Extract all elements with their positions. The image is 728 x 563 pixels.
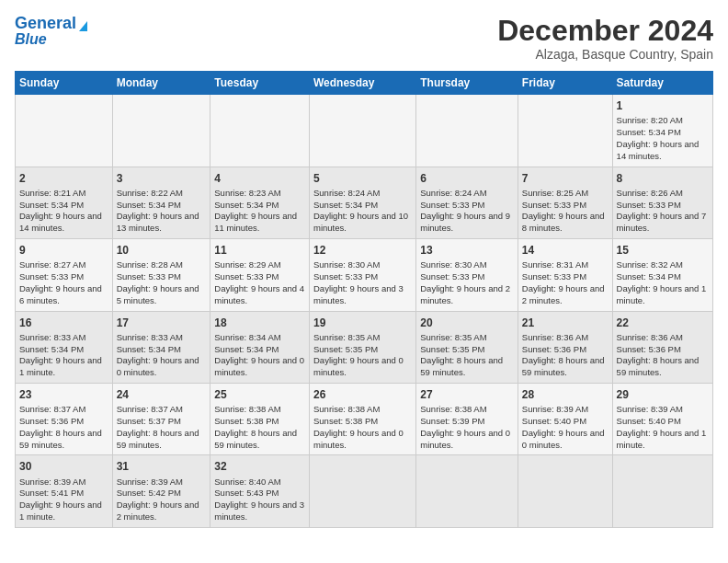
page-container: General Blue December 2024 Alzaga, Basqu… xyxy=(0,0,728,537)
calendar-cell-28: 28Sunrise: 8:39 AMSunset: 5:40 PMDayligh… xyxy=(518,383,612,454)
calendar-cell-13: 13Sunrise: 8:30 AMSunset: 5:33 PMDayligh… xyxy=(416,239,518,311)
empty-cell xyxy=(416,95,518,167)
calendar-cell-15: 15Sunrise: 8:32 AMSunset: 5:34 PMDayligh… xyxy=(612,239,712,311)
logo-blue-text: Blue xyxy=(15,31,47,48)
header-saturday: Saturday xyxy=(612,72,712,95)
empty-cell xyxy=(518,95,612,167)
calendar-cell-31: 31Sunrise: 8:39 AMSunset: 5:42 PMDayligh… xyxy=(112,455,210,527)
calendar-cell-10: 10Sunrise: 8:28 AMSunset: 5:33 PMDayligh… xyxy=(112,239,210,311)
calendar-cell-6: 6Sunrise: 8:24 AMSunset: 5:33 PMDaylight… xyxy=(416,167,518,238)
empty-cell xyxy=(112,95,210,167)
header-friday: Friday xyxy=(518,72,612,95)
calendar-cell-11: 11Sunrise: 8:29 AMSunset: 5:33 PMDayligh… xyxy=(210,239,310,311)
calendar-cell-14: 14Sunrise: 8:31 AMSunset: 5:33 PMDayligh… xyxy=(518,239,612,311)
calendar-cell-27: 27Sunrise: 8:38 AMSunset: 5:39 PMDayligh… xyxy=(416,383,518,454)
calendar-header-row: SundayMondayTuesdayWednesdayThursdayFrid… xyxy=(16,72,713,95)
page-header: General Blue December 2024 Alzaga, Basqu… xyxy=(15,15,713,62)
calendar-cell-24: 24Sunrise: 8:37 AMSunset: 5:37 PMDayligh… xyxy=(112,383,210,454)
calendar-cell-30: 30Sunrise: 8:39 AMSunset: 5:41 PMDayligh… xyxy=(16,455,113,527)
calendar-cell-19: 19Sunrise: 8:35 AMSunset: 5:35 PMDayligh… xyxy=(310,311,416,383)
empty-cell xyxy=(518,455,612,527)
calendar-cell-17: 17Sunrise: 8:33 AMSunset: 5:34 PMDayligh… xyxy=(112,311,210,383)
calendar-week-4: 16Sunrise: 8:33 AMSunset: 5:34 PMDayligh… xyxy=(16,311,713,383)
empty-cell xyxy=(310,455,416,527)
month-title: December 2024 xyxy=(497,15,713,47)
header-sunday: Sunday xyxy=(16,72,113,95)
header-monday: Monday xyxy=(112,72,210,95)
calendar-week-6: 30Sunrise: 8:39 AMSunset: 5:41 PMDayligh… xyxy=(16,455,713,527)
calendar-cell-32: 32Sunrise: 8:40 AMSunset: 5:43 PMDayligh… xyxy=(210,455,310,527)
empty-cell xyxy=(416,455,518,527)
calendar-cell-3: 3Sunrise: 8:22 AMSunset: 5:34 PMDaylight… xyxy=(112,167,210,238)
calendar-cell-9: 9Sunrise: 8:27 AMSunset: 5:33 PMDaylight… xyxy=(16,239,113,311)
calendar-cell-23: 23Sunrise: 8:37 AMSunset: 5:36 PMDayligh… xyxy=(16,383,113,454)
calendar-cell-8: 8Sunrise: 8:26 AMSunset: 5:33 PMDaylight… xyxy=(612,167,712,238)
calendar-cell-1: 1Sunrise: 8:20 AMSunset: 5:34 PMDaylight… xyxy=(612,95,712,167)
empty-cell xyxy=(612,455,712,527)
header-wednesday: Wednesday xyxy=(310,72,416,95)
calendar-cell-26: 26Sunrise: 8:38 AMSunset: 5:38 PMDayligh… xyxy=(310,383,416,454)
calendar-week-2: 2Sunrise: 8:21 AMSunset: 5:34 PMDaylight… xyxy=(16,167,713,238)
header-thursday: Thursday xyxy=(416,72,518,95)
calendar-cell-18: 18Sunrise: 8:34 AMSunset: 5:34 PMDayligh… xyxy=(210,311,310,383)
calendar-cell-4: 4Sunrise: 8:23 AMSunset: 5:34 PMDaylight… xyxy=(210,167,310,238)
calendar-cell-16: 16Sunrise: 8:33 AMSunset: 5:34 PMDayligh… xyxy=(16,311,113,383)
empty-cell xyxy=(310,95,416,167)
title-block: December 2024 Alzaga, Basque Country, Sp… xyxy=(497,15,713,62)
calendar-cell-7: 7Sunrise: 8:25 AMSunset: 5:33 PMDaylight… xyxy=(518,167,612,238)
calendar-cell-25: 25Sunrise: 8:38 AMSunset: 5:38 PMDayligh… xyxy=(210,383,310,454)
calendar-cell-2: 2Sunrise: 8:21 AMSunset: 5:34 PMDaylight… xyxy=(16,167,113,238)
logo: General Blue xyxy=(15,15,87,47)
calendar-cell-5: 5Sunrise: 8:24 AMSunset: 5:34 PMDaylight… xyxy=(310,167,416,238)
empty-cell xyxy=(16,95,113,167)
calendar-cell-20: 20Sunrise: 8:35 AMSunset: 5:35 PMDayligh… xyxy=(416,311,518,383)
calendar-week-5: 23Sunrise: 8:37 AMSunset: 5:36 PMDayligh… xyxy=(16,383,713,454)
calendar-cell-22: 22Sunrise: 8:36 AMSunset: 5:36 PMDayligh… xyxy=(612,311,712,383)
empty-cell xyxy=(210,95,310,167)
header-tuesday: Tuesday xyxy=(210,72,310,95)
calendar-table: SundayMondayTuesdayWednesdayThursdayFrid… xyxy=(15,71,713,528)
calendar-week-1: 1Sunrise: 8:20 AMSunset: 5:34 PMDaylight… xyxy=(16,95,713,167)
calendar-cell-29: 29Sunrise: 8:39 AMSunset: 5:40 PMDayligh… xyxy=(612,383,712,454)
calendar-cell-21: 21Sunrise: 8:36 AMSunset: 5:36 PMDayligh… xyxy=(518,311,612,383)
calendar-cell-12: 12Sunrise: 8:30 AMSunset: 5:33 PMDayligh… xyxy=(310,239,416,311)
location: Alzaga, Basque Country, Spain xyxy=(497,47,713,62)
calendar-week-3: 9Sunrise: 8:27 AMSunset: 5:33 PMDaylight… xyxy=(16,239,713,311)
